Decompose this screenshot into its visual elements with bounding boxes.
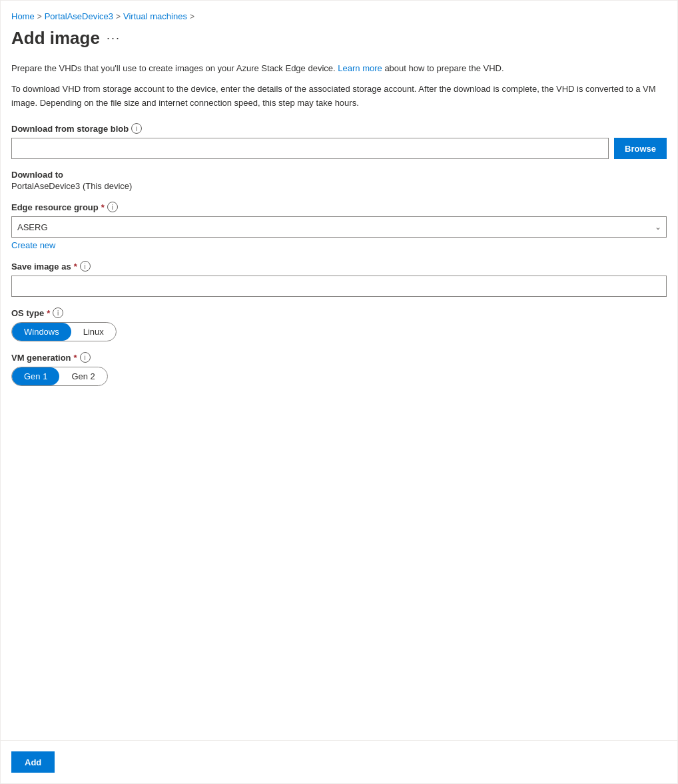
edge-resource-group-dropdown-container: ASERG ⌄ [11, 216, 667, 238]
download-blob-label: Download from storage blob i [11, 123, 667, 134]
os-type-label: OS type * i [11, 307, 667, 318]
more-options-button[interactable]: ··· [107, 31, 121, 45]
download-to-section: Download to PortalAseDevice3 (This devic… [11, 170, 667, 191]
save-image-input[interactable] [11, 276, 667, 297]
vm-generation-section: VM generation * i Gen 1 Gen 2 [11, 352, 667, 386]
os-type-toggle-group: Windows Linux [11, 322, 117, 341]
breadcrumb: Home > PortalAseDevice3 > Virtual machin… [11, 11, 667, 21]
edge-resource-group-label-text: Edge resource group [11, 202, 99, 212]
vm-generation-gen2-button[interactable]: Gen 2 [59, 367, 107, 385]
page-title: Add image [11, 28, 100, 49]
vm-generation-gen1-button[interactable]: Gen 1 [12, 367, 59, 385]
vm-generation-required: * [74, 353, 77, 363]
browse-button[interactable]: Browse [614, 138, 667, 159]
edge-resource-group-required: * [101, 202, 105, 212]
os-type-section: OS type * i Windows Linux [11, 307, 667, 341]
save-image-label: Save image as * i [11, 261, 667, 272]
download-blob-input[interactable] [11, 138, 609, 159]
edge-resource-group-section: Edge resource group * i ASERG ⌄ Create n… [11, 202, 667, 250]
vm-generation-toggle-group: Gen 1 Gen 2 [11, 367, 108, 386]
vm-generation-label: VM generation * i [11, 352, 667, 363]
learn-more-link[interactable]: Learn more [338, 63, 382, 73]
breadcrumb-separator-3: > [190, 12, 194, 21]
breadcrumb-portal-ase[interactable]: PortalAseDevice3 [45, 11, 113, 21]
os-type-windows-button[interactable]: Windows [12, 323, 71, 341]
download-blob-info-icon[interactable]: i [131, 123, 142, 134]
description-line2: To download VHD from storage account to … [11, 83, 667, 110]
os-type-required: * [47, 308, 50, 318]
download-to-label: Download to [11, 170, 667, 180]
breadcrumb-separator-1: > [37, 12, 42, 21]
add-button[interactable]: Add [11, 751, 55, 773]
page-title-row: Add image ··· [11, 28, 667, 49]
description-line1-prefix: Prepare the VHDs that you'll use to crea… [11, 63, 336, 73]
footer: Add [1, 740, 677, 783]
save-image-section: Save image as * i [11, 261, 667, 297]
breadcrumb-separator-2: > [116, 12, 121, 21]
main-content: Home > PortalAseDevice3 > Virtual machin… [1, 1, 677, 740]
os-type-info-icon[interactable]: i [53, 307, 63, 318]
download-blob-label-text: Download from storage blob [11, 124, 129, 134]
description-line1-suffix: about how to prepare the VHD. [384, 63, 504, 73]
os-type-label-text: OS type [11, 308, 44, 318]
edge-resource-group-info-icon[interactable]: i [107, 202, 118, 212]
create-new-link[interactable]: Create new [11, 240, 55, 250]
download-blob-section: Download from storage blob i Browse [11, 123, 667, 159]
page-container: Home > PortalAseDevice3 > Virtual machin… [0, 0, 678, 784]
breadcrumb-home[interactable]: Home [11, 11, 35, 21]
vm-generation-label-text: VM generation [11, 353, 71, 363]
description-line1: Prepare the VHDs that you'll use to crea… [11, 62, 667, 76]
description-section: Prepare the VHDs that you'll use to crea… [11, 62, 667, 110]
save-image-info-icon[interactable]: i [80, 261, 91, 272]
download-blob-input-row: Browse [11, 138, 667, 159]
edge-resource-group-label: Edge resource group * i [11, 202, 667, 212]
edge-resource-group-dropdown[interactable]: ASERG [11, 216, 667, 238]
vm-generation-info-icon[interactable]: i [80, 352, 91, 363]
save-image-label-text: Save image as [11, 262, 71, 272]
download-to-value: PortalAseDevice3 (This device) [11, 181, 667, 191]
os-type-linux-button[interactable]: Linux [71, 323, 116, 341]
breadcrumb-virtual-machines[interactable]: Virtual machines [123, 11, 187, 21]
save-image-required: * [74, 262, 77, 272]
